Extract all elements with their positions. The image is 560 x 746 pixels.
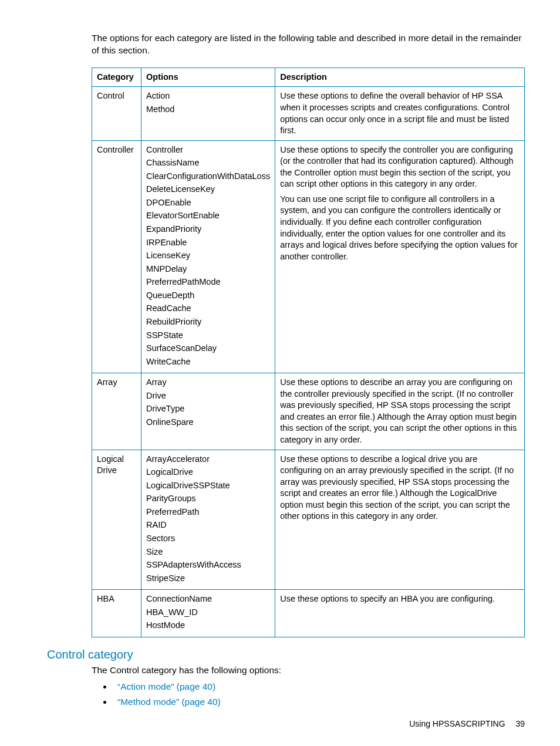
options-table: Category Options Description ControlActi… [92, 67, 525, 637]
option-item: DriveType [146, 403, 270, 415]
option-item: ArrayAccelerator [146, 454, 270, 465]
header-description: Description [275, 67, 525, 87]
cell-description: Use these options to describe an array y… [275, 373, 525, 450]
description-paragraph: Use these options to specify an HBA you … [280, 593, 519, 605]
option-item: OnlineSpare [146, 417, 270, 428]
option-item: Drive [146, 390, 270, 402]
option-item: SSPAdaptersWithAccess [146, 559, 270, 571]
cell-category: HBA [92, 590, 141, 637]
cell-options: ArrayAcceleratorLogicalDriveLogicalDrive… [141, 450, 275, 590]
option-item: RebuildPriority [146, 316, 270, 328]
cell-options: ConnectionNameHBA_WW_IDHostMode [141, 590, 275, 637]
table-header-row: Category Options Description [92, 67, 525, 87]
option-item: WriteCache [146, 356, 270, 368]
option-item: Size [146, 546, 270, 558]
option-item: Action [146, 90, 270, 102]
link-item: “Method mode” (page 40) [113, 697, 525, 707]
option-item: HBA_WW_ID [146, 607, 270, 619]
option-item: SurfaceScanDelay [146, 343, 270, 355]
option-item: StripeSize [146, 573, 270, 585]
option-item: ChassisName [146, 157, 270, 169]
cell-description: Use these options to describe a logical … [275, 450, 525, 590]
option-item: ClearConfigurationWithDataLoss [146, 171, 270, 183]
option-item: QueueDepth [146, 290, 270, 302]
option-item: ReadCache [146, 303, 270, 315]
option-item: Method [146, 104, 270, 116]
link-item: “Action mode” (page 40) [113, 681, 525, 692]
cell-description: Use these options to specify an HBA you … [275, 590, 525, 637]
footer-text: Using HPSSASCRIPTING [409, 719, 505, 728]
option-item: ExpandPriority [146, 224, 270, 235]
table-row: ArrayArrayDriveDriveTypeOnlineSpareUse t… [92, 373, 525, 450]
option-item: Controller [146, 144, 270, 156]
option-item: ParityGroups [146, 493, 270, 505]
description-paragraph: Use these options to specify the control… [280, 144, 519, 190]
section-heading-control-category: Control category [47, 648, 525, 661]
cell-category: Control [92, 87, 141, 140]
header-category: Category [92, 67, 141, 87]
table-row: Logical DriveArrayAcceleratorLogicalDriv… [92, 450, 525, 590]
option-item: DeleteLicenseKey [146, 184, 270, 195]
option-item: LicenseKey [146, 250, 270, 262]
option-item: Sectors [146, 533, 270, 545]
page-footer: Using HPSSASCRIPTING 39 [409, 719, 525, 728]
option-item: PreferredPathMode [146, 276, 270, 288]
option-item: HostMode [146, 620, 270, 632]
table-row: HBAConnectionNameHBA_WW_IDHostModeUse th… [92, 590, 525, 637]
option-item: RAID [146, 519, 270, 531]
intro-paragraph: The options for each category are listed… [92, 32, 525, 57]
cell-description: Use these options to define the overall … [275, 87, 525, 140]
option-item: DPOEnable [146, 197, 270, 209]
option-item: LogicalDrive [146, 467, 270, 478]
description-paragraph: Use these options to describe a logical … [280, 454, 519, 522]
link-text[interactable]: “Action mode” (page 40) [117, 681, 215, 691]
cell-description: Use these options to specify the control… [275, 140, 525, 373]
option-item: ElevatorSortEnable [146, 210, 270, 222]
cell-category: Logical Drive [92, 450, 141, 590]
cell-options: ControllerChassisNameClearConfigurationW… [141, 140, 275, 373]
links-list: “Action mode” (page 40)“Method mode” (pa… [113, 681, 525, 707]
option-item: Array [146, 377, 270, 389]
header-options: Options [141, 67, 275, 87]
option-item: PreferredPath [146, 507, 270, 518]
option-item: ConnectionName [146, 593, 270, 605]
footer-page-number: 39 [515, 719, 525, 728]
description-paragraph: Use these options to describe an array y… [280, 377, 519, 445]
description-paragraph: You can use one script file to configure… [280, 194, 519, 262]
description-paragraph: Use these options to define the overall … [280, 90, 519, 136]
table-row: ControlActionMethodUse these options to … [92, 87, 525, 140]
option-item: MNPDelay [146, 264, 270, 275]
cell-category: Array [92, 373, 141, 450]
option-item: IRPEnable [146, 237, 270, 249]
cell-category: Controller [92, 140, 141, 373]
link-text[interactable]: “Method mode” (page 40) [117, 697, 221, 707]
cell-options: ArrayDriveDriveTypeOnlineSpare [141, 373, 275, 450]
sub-intro-paragraph: The Control category has the following o… [92, 665, 525, 676]
option-item: LogicalDriveSSPState [146, 480, 270, 492]
option-item: SSPState [146, 330, 270, 342]
table-row: ControllerControllerChassisNameClearConf… [92, 140, 525, 373]
cell-options: ActionMethod [141, 87, 275, 140]
